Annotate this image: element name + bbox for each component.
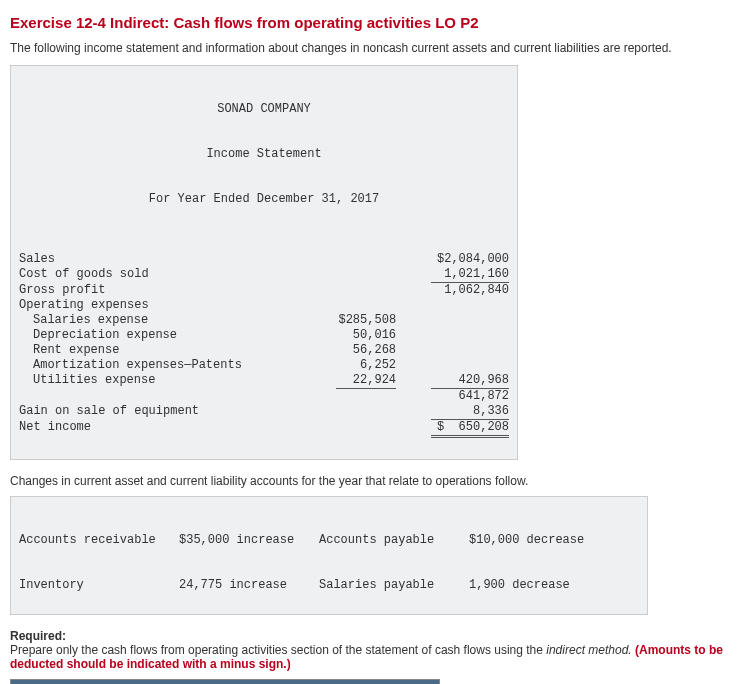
intro-text: The following income statement and infor… bbox=[10, 41, 735, 55]
gross-label: Gross profit bbox=[19, 283, 294, 298]
gross-amount: 1,062,840 bbox=[396, 283, 509, 298]
amort-amount: 6,252 bbox=[294, 358, 396, 373]
ar-value: $35,000 increase bbox=[179, 533, 319, 548]
required-method: indirect method. bbox=[546, 643, 635, 657]
opex-label: Operating expenses bbox=[19, 298, 294, 313]
gain-label: Gain on sale of equipment bbox=[19, 404, 294, 420]
gain-amount: 8,336 bbox=[431, 404, 509, 420]
statement-name: Income Statement bbox=[19, 147, 509, 162]
salaries-amount: $285,508 bbox=[294, 313, 396, 328]
inv-value: 24,775 increase bbox=[179, 578, 319, 593]
income-statement: SONAD COMPANY Income Statement For Year … bbox=[10, 65, 518, 460]
dep-label: Depreciation expense bbox=[19, 328, 294, 343]
sales-amount: $2,084,000 bbox=[396, 252, 509, 267]
opex-total: 420,968 bbox=[431, 373, 509, 389]
company-name: SONAD COMPANY bbox=[19, 102, 509, 117]
ni-label: Net income bbox=[19, 420, 294, 438]
worksheet-header: Statement of Cash Flows (partial) bbox=[11, 680, 440, 685]
cogs-amount: 1,021,160 bbox=[431, 267, 509, 283]
rent-amount: 56,268 bbox=[294, 343, 396, 358]
rent-label: Rent expense bbox=[19, 343, 294, 358]
util-label: Utilities expense bbox=[19, 373, 294, 389]
changes-intro: Changes in current asset and current lia… bbox=[10, 474, 735, 488]
sp-label: Salaries payable bbox=[319, 578, 469, 593]
sp-value: 1,900 decrease bbox=[469, 578, 609, 593]
ar-label: Accounts receivable bbox=[19, 533, 179, 548]
ap-value: $10,000 decrease bbox=[469, 533, 609, 548]
exercise-title: Exercise 12-4 Indirect: Cash flows from … bbox=[10, 14, 735, 31]
required-text: Prepare only the cash flows from operati… bbox=[10, 643, 735, 671]
ni-amount: $ 650,208 bbox=[431, 420, 509, 438]
inv-label: Inventory bbox=[19, 578, 179, 593]
cogs-label: Cost of goods sold bbox=[19, 267, 294, 283]
ap-label: Accounts payable bbox=[319, 533, 469, 548]
dep-amount: 50,016 bbox=[294, 328, 396, 343]
changes-block: Accounts receivable $35,000 increase Acc… bbox=[10, 496, 648, 615]
period: For Year Ended December 31, 2017 bbox=[19, 192, 509, 207]
salaries-label: Salaries expense bbox=[19, 313, 294, 328]
util-amount: 22,924 bbox=[336, 373, 396, 389]
required-label: Required: bbox=[10, 629, 735, 643]
worksheet-table: Statement of Cash Flows (partial) Cash f… bbox=[10, 679, 440, 684]
operating-income: 641,872 bbox=[396, 389, 509, 404]
required-text-a: Prepare only the cash flows from operati… bbox=[10, 643, 546, 657]
sales-label: Sales bbox=[19, 252, 294, 267]
amort-label: Amortization expenses—Patents bbox=[19, 358, 294, 373]
